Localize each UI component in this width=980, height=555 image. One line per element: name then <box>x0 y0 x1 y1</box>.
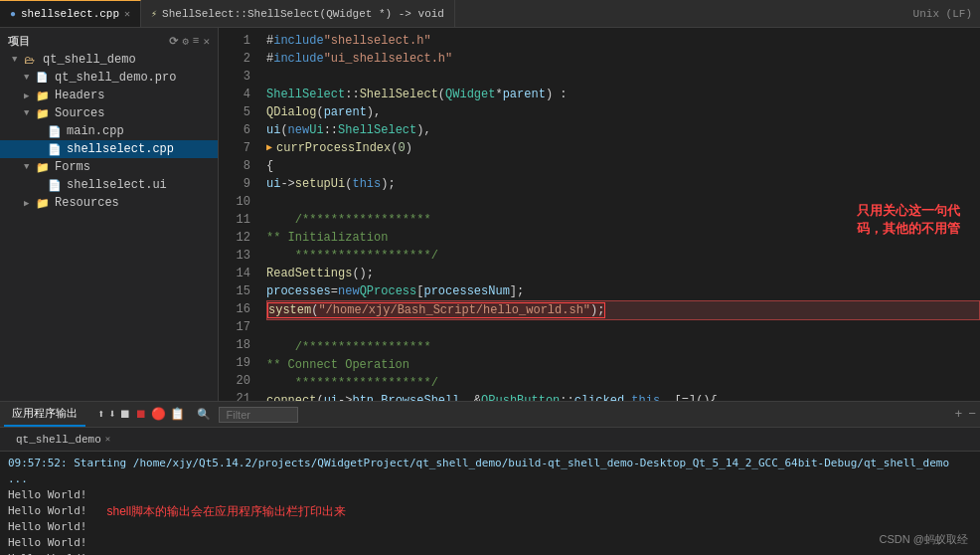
forms-folder-icon: 📁 <box>36 161 52 174</box>
tree-item-headers[interactable]: ▶ 📁 Headers <box>0 87 218 104</box>
code-line-5: QDialog(parent), <box>266 103 980 121</box>
code-line-15: processes = new QProcess[processesNum]; <box>266 282 980 300</box>
filter-label: 🔍 <box>197 408 211 421</box>
arrow-headers: ▶ <box>24 91 36 101</box>
tab-fn-label: ShellSelect::ShellSelect(QWidget *) -> v… <box>162 8 444 20</box>
code-line-2: #include "ui_shellselect.h" <box>266 50 980 68</box>
file-tree: 项目 ⟳ ⚙ ≡ ✕ ▼ 🗁 qt_shell_demo ▼ <box>0 28 219 401</box>
stop-icon[interactable]: ⏹ <box>119 407 131 422</box>
main-cpp-label: main.cpp <box>67 124 124 138</box>
shellselect-cpp-label: shellselect.cpp <box>67 142 174 156</box>
output-annotation: shell脚本的输出会在应用程序输出栏打印出来 <box>106 503 346 519</box>
code-line-13: *******************/ <box>266 247 980 265</box>
arrow-project: ▼ <box>12 55 24 65</box>
resources-label: Resources <box>55 196 119 210</box>
tree-item-shellselect-ui[interactable]: 📄 shellselect.ui <box>0 176 218 194</box>
tab-shellselect-fn[interactable]: ⚡ ShellSelect::ShellSelect(QWidget *) ->… <box>141 0 455 27</box>
forms-label: Forms <box>55 160 90 174</box>
tab-bar-right: Unix (LF) <box>913 8 980 20</box>
tab-shellselect-cpp[interactable]: ● shellselect.cpp ✕ <box>0 0 141 27</box>
project-icon: 🗁 <box>24 54 40 67</box>
output-line-5: Hello World! <box>8 551 972 555</box>
content-area: 项目 ⟳ ⚙ ≡ ✕ ▼ 🗁 qt_shell_demo ▼ <box>0 28 980 401</box>
code-editor[interactable]: #include "shellselect.h" #include "ui_sh… <box>258 28 980 401</box>
close-panel-icon[interactable]: ✕ <box>203 35 210 48</box>
pro-icon: 📄 <box>36 72 52 84</box>
cpp-main-icon: 📄 <box>48 125 64 138</box>
shellselect-ui-label: shellselect.ui <box>67 178 167 192</box>
arrow-sources: ▼ <box>24 108 36 118</box>
output-line-3: Hello World! <box>8 519 972 535</box>
cpp-shellselect-icon: 📄 <box>48 143 64 156</box>
tree-header-icons: ⟳ ⚙ ≡ ✕ <box>169 35 210 48</box>
code-line-21: connect(ui->btn_BrowseShell, &QPushButto… <box>266 392 980 401</box>
project-label: qt_shell_demo <box>43 53 136 67</box>
layout-icon[interactable]: ≡ <box>193 35 200 48</box>
code-line-20: *******************/ <box>266 374 980 392</box>
line-ending-label: Unix (LF) <box>913 8 972 20</box>
sync-icon[interactable]: ⟳ <box>169 35 178 48</box>
code-line-16: system("/home/xjy/Bash_Script/hello_worl… <box>266 300 980 320</box>
tree-item-forms[interactable]: ▼ 📁 Forms <box>0 158 218 176</box>
editor-area: 12345 678910 1112131415 1617181920 21222… <box>219 28 980 401</box>
minus-icon[interactable]: − <box>968 407 976 422</box>
watermark: CSDN @蚂蚁取经 <box>880 532 968 547</box>
tree-header: 项目 ⟳ ⚙ ≡ ✕ <box>0 32 218 51</box>
app-output-tab[interactable]: 应用程序输出 <box>4 402 85 427</box>
output-tab-label: qt_shell_demo <box>16 434 101 446</box>
output-line-4: Hello World! <box>8 535 972 551</box>
filter-icon[interactable]: ⚙ <box>182 35 189 48</box>
code-line-4: ShellSelect::ShellSelect(QWidget *parent… <box>266 86 980 103</box>
tree-item-shellselect-cpp[interactable]: 📄 shellselect.cpp <box>0 140 218 158</box>
editor-wrapper: 12345 678910 1112131415 1617181920 21222… <box>219 28 980 401</box>
code-line-17 <box>266 320 980 338</box>
code-line-14: ReadSettings(); <box>266 265 980 282</box>
tree-title: 项目 <box>8 34 30 49</box>
bottom-panel: 应用程序输出 ⬆ ⬇ ⏹ ⏹ 🔴 📋 🔍 + − qt_shell_demo ✕ <box>0 401 980 555</box>
tree-item-resources[interactable]: ▶ 📁 Resources <box>0 194 218 212</box>
line-numbers: 12345 678910 1112131415 1617181920 21222… <box>219 28 258 401</box>
code-line-11: /****************** <box>266 211 980 229</box>
bottom-right-icons: + − <box>954 407 976 422</box>
plus-icon[interactable]: + <box>954 407 962 422</box>
sources-label: Sources <box>55 106 104 120</box>
filter-input[interactable] <box>219 407 298 423</box>
output-line-start: 09:57:52: Starting /home/xjy/Qt5.14.2/pr… <box>8 456 972 487</box>
tree-item-project[interactable]: ▼ 🗁 qt_shell_demo <box>0 51 218 69</box>
code-line-19: ** Connect Operation <box>266 356 980 374</box>
tab-fn-icon: ⚡ <box>151 8 157 20</box>
bottom-tab-icons: ⬆ ⬇ ⏹ ⏹ 🔴 📋 <box>97 407 185 422</box>
sources-folder-icon: 📁 <box>36 107 52 120</box>
resources-folder-icon: 📁 <box>36 197 52 210</box>
code-line-7: currProcessIndex(0) <box>266 139 980 157</box>
scroll-up-icon[interactable]: ⬆ <box>97 407 104 422</box>
stop2-icon[interactable]: ⏹ <box>135 407 147 422</box>
arrow-forms: ▼ <box>24 162 36 172</box>
tab-bar: ● shellselect.cpp ✕ ⚡ ShellSelect::Shell… <box>0 0 980 28</box>
output-line-2: Hello World! shell脚本的输出会在应用程序输出栏打印出来 <box>8 503 972 519</box>
pro-label: qt_shell_demo.pro <box>55 71 176 85</box>
clipboard-icon[interactable]: 📋 <box>170 407 185 422</box>
ui-icon: 📄 <box>48 179 64 192</box>
output-tab-qt-shell-demo[interactable]: qt_shell_demo ✕ <box>8 428 118 451</box>
output-tab-close[interactable]: ✕ <box>105 434 110 445</box>
code-line-10 <box>266 193 980 211</box>
main-container: ● shellselect.cpp ✕ ⚡ ShellSelect::Shell… <box>0 0 980 555</box>
output-content: 09:57:52: Starting /home/xjy/Qt5.14.2/pr… <box>0 452 980 555</box>
tree-item-main-cpp[interactable]: 📄 main.cpp <box>0 122 218 140</box>
bottom-tab-bar: 应用程序输出 ⬆ ⬇ ⏹ ⏹ 🔴 📋 🔍 + − <box>0 402 980 428</box>
record-icon[interactable]: 🔴 <box>151 407 166 422</box>
headers-folder-icon: 📁 <box>36 90 52 102</box>
code-line-12: ** Initialization <box>266 229 980 247</box>
headers-label: Headers <box>55 89 104 102</box>
arrow-pro: ▼ <box>24 73 36 83</box>
tab-close-icon[interactable]: ✕ <box>124 8 130 20</box>
tree-item-sources[interactable]: ▼ 📁 Sources <box>0 104 218 122</box>
code-line-8: { <box>266 157 980 175</box>
tab-shellselect-label: shellselect.cpp <box>21 8 119 20</box>
output-tabs: qt_shell_demo ✕ <box>0 428 980 452</box>
tree-item-pro[interactable]: ▼ 📄 qt_shell_demo.pro <box>0 69 218 87</box>
tab-cpp-icon: ● <box>10 9 16 20</box>
editor-content[interactable]: 12345 678910 1112131415 1617181920 21222… <box>219 28 980 401</box>
scroll-down-icon[interactable]: ⬇ <box>108 407 115 422</box>
